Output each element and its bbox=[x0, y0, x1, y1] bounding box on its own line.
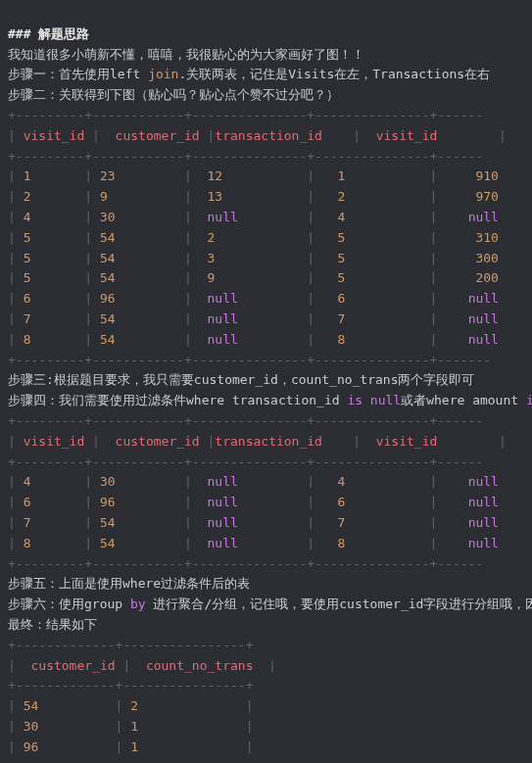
table-row: | 96 | 1 | bbox=[8, 739, 253, 754]
table-row: | 4 | 30 | null | 4 | null bbox=[8, 210, 499, 224]
final-text: 最终：结果如下 bbox=[8, 617, 97, 632]
table1-border-bot: +---------+------------+---------------+… bbox=[8, 353, 491, 367]
step1-text-a: 步骤一：首先使用left bbox=[8, 67, 148, 81]
heading: ### 解题思路 bbox=[8, 26, 89, 41]
keyword-null: null bbox=[370, 393, 401, 407]
step5-text: 步骤五：上面是使用where过滤条件后的表 bbox=[8, 576, 250, 591]
table-row: | 4 | 30 | null | 4 | null bbox=[8, 474, 499, 489]
table-row: | 6 | 96 | null | 6 | null bbox=[8, 291, 499, 306]
step6-text-a: 步骤六：使用group bbox=[8, 596, 130, 611]
step2-text: 步骤二：关联得到下图（贴心吗？贴心点个赞不过分吧？） bbox=[8, 87, 339, 102]
intro-text: 我知道很多小萌新不懂，嘻嘻，我很贴心的为大家画好了图！！ bbox=[8, 47, 364, 62]
table2-border-bot: +---------+------------+---------------+… bbox=[8, 556, 483, 571]
table-row: | 5 | 54 | 3 | 5 | 300 bbox=[8, 251, 499, 265]
table1-border-top: +---------+------------+---------------+… bbox=[8, 108, 483, 122]
keyword-by: by bbox=[130, 596, 146, 611]
keyword-join: join bbox=[148, 67, 178, 81]
table1-border-mid: +---------+------------+---------------+… bbox=[8, 149, 483, 164]
step4-text-a: 步骤四：我们需要使用过滤条件where transaction_id bbox=[8, 393, 347, 407]
table-row: | 1 | 23 | 12 | 1 | 910 bbox=[8, 168, 499, 183]
table-row: | 7 | 54 | null | 7 | null bbox=[8, 515, 499, 530]
table3-border-mid: +-------------+----------------+ bbox=[8, 678, 253, 692]
step6-text-b: 进行聚合/分组，记住哦，要使用customer_id字段进行分组哦，因为54出现… bbox=[146, 596, 532, 611]
table2-header: | visit_id | customer_id |transaction_id… bbox=[8, 434, 532, 449]
table-row: | 54 | 2 | bbox=[8, 698, 253, 713]
table-row: | 8 | 54 | null | 8 | null bbox=[8, 332, 499, 347]
table-row: | 8 | 54 | null | 8 | null bbox=[8, 536, 499, 550]
table-row: | 30 | 1 | bbox=[8, 719, 253, 734]
step3-text: 步骤三:根据题目要求，我只需要customer_id，count_no_tran… bbox=[8, 372, 475, 387]
table-row: | 2 | 9 | 13 | 2 | 970 bbox=[8, 189, 499, 204]
table3-border-top: +-------------+----------------+ bbox=[8, 638, 253, 652]
document-content: ### 解题思路 我知道很多小萌新不懂，嘻嘻，我很贴心的为大家画好了图！！ 步骤… bbox=[0, 0, 532, 763]
table2-border-top: +---------+------------+---------------+… bbox=[8, 413, 483, 428]
table-row: | 7 | 54 | null | 7 | null bbox=[8, 311, 499, 326]
keyword-is: is bbox=[347, 393, 363, 407]
step4-text-c: 或者where amount bbox=[401, 393, 526, 407]
table-row: | 5 | 54 | 9 | 5 | 200 bbox=[8, 270, 499, 285]
table3-header: | customer_id | count_no_trans | bbox=[8, 658, 276, 673]
table2-border-mid: +---------+------------+---------------+… bbox=[8, 454, 483, 469]
keyword-is: is bbox=[526, 393, 532, 407]
table-row: | 5 | 54 | 2 | 5 | 310 bbox=[8, 230, 499, 245]
table3-border-bot: +-------------+----------------+ bbox=[8, 759, 253, 763]
table-row: | 6 | 96 | null | 6 | null bbox=[8, 495, 499, 509]
table1-header: | visit_id | customer_id |transaction_id… bbox=[8, 128, 532, 143]
step1-text-b: .关联两表，记住是Visits在左，Transactions在右 bbox=[178, 67, 490, 81]
